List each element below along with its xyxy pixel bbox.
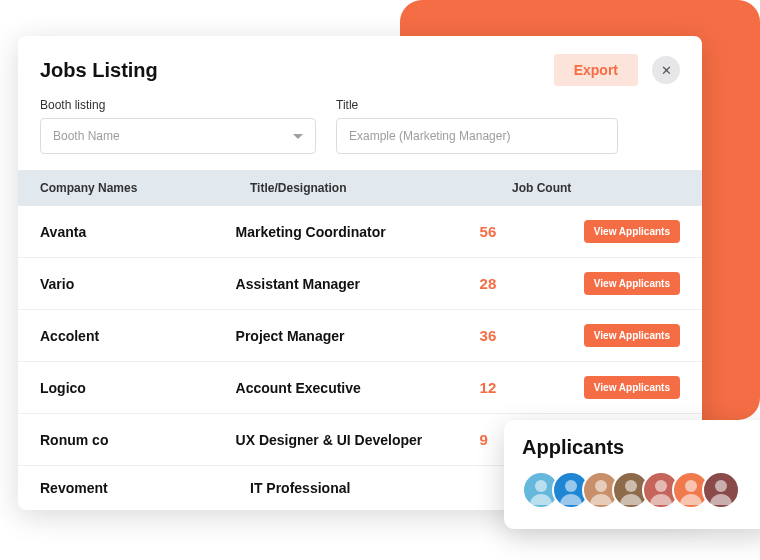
applicants-title: Applicants: [522, 436, 756, 459]
chevron-down-icon: [293, 134, 303, 139]
svg-point-0: [535, 480, 547, 492]
view-applicants-button[interactable]: View Applicants: [584, 272, 680, 295]
header-actions: Export ✕: [554, 54, 680, 86]
svg-point-5: [685, 480, 697, 492]
cell-action: View Applicants: [584, 272, 680, 295]
title-filter-label: Title: [336, 98, 618, 112]
view-applicants-button[interactable]: View Applicants: [584, 220, 680, 243]
cell-title: Marketing Coordinator: [236, 224, 480, 240]
cell-action: View Applicants: [584, 376, 680, 399]
title-filter: Title: [336, 98, 618, 154]
table-row: AccolentProject Manager36View Applicants: [18, 310, 702, 362]
avatar: [702, 471, 740, 509]
cell-company: Ronum co: [40, 432, 236, 448]
booth-select[interactable]: Booth Name: [40, 118, 316, 154]
svg-point-2: [595, 480, 607, 492]
cell-title: UX Designer & UI Developer: [236, 432, 480, 448]
cell-count: 12: [480, 379, 584, 396]
svg-point-3: [625, 480, 637, 492]
cell-action: View Applicants: [584, 324, 680, 347]
table-row: LogicoAccount Executive12View Applicants: [18, 362, 702, 414]
cell-title: Account Executive: [236, 380, 480, 396]
cell-count: 56: [480, 223, 584, 240]
card-header: Jobs Listing Export ✕: [18, 54, 702, 92]
col-count: Job Count: [512, 181, 624, 195]
close-icon: ✕: [661, 63, 672, 78]
table-header: Company Names Title/Designation Job Coun…: [18, 170, 702, 206]
cell-company: Logico: [40, 380, 236, 396]
close-button[interactable]: ✕: [652, 56, 680, 84]
cell-title: IT Professional: [250, 480, 512, 496]
title-input[interactable]: [336, 118, 618, 154]
table-row: Vario Assistant Manager28View Applicants: [18, 258, 702, 310]
avatar-row: [522, 471, 756, 509]
svg-point-4: [655, 480, 667, 492]
cell-count: 36: [480, 327, 584, 344]
view-applicants-button[interactable]: View Applicants: [584, 376, 680, 399]
filters-row: Booth listing Booth Name Title: [18, 92, 702, 170]
cell-title: Assistant Manager: [236, 276, 480, 292]
applicants-card: Applicants: [504, 420, 760, 529]
booth-filter-label: Booth listing: [40, 98, 316, 112]
page-title: Jobs Listing: [40, 59, 158, 82]
booth-select-placeholder: Booth Name: [53, 129, 120, 143]
export-button[interactable]: Export: [554, 54, 638, 86]
cell-company: Vario: [40, 276, 236, 292]
cell-action: View Applicants: [584, 220, 680, 243]
cell-company: Avanta: [40, 224, 236, 240]
view-applicants-button[interactable]: View Applicants: [584, 324, 680, 347]
cell-count: 28: [480, 275, 584, 292]
col-company: Company Names: [40, 181, 250, 195]
cell-company: Revoment: [40, 480, 250, 496]
table-row: AvantaMarketing Coordinator56View Applic…: [18, 206, 702, 258]
svg-point-1: [565, 480, 577, 492]
cell-title: Project Manager: [236, 328, 480, 344]
booth-filter: Booth listing Booth Name: [40, 98, 316, 154]
col-title: Title/Designation: [250, 181, 512, 195]
cell-company: Accolent: [40, 328, 236, 344]
svg-point-6: [715, 480, 727, 492]
